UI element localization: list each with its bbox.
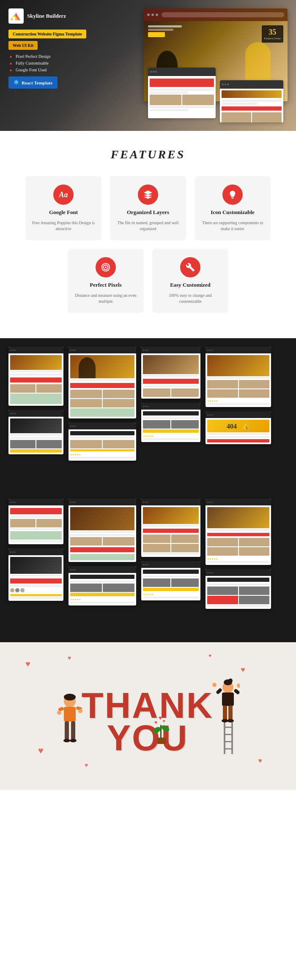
st-dot-19 (207, 350, 208, 351)
st-dark-header-bar (70, 431, 134, 435)
svg-rect-23 (224, 727, 233, 728)
st-header-1-1 (8, 347, 63, 353)
st-img-18 (103, 537, 134, 546)
feature-card-pixels: Perfect Pixels Distance and measure usin… (68, 249, 144, 313)
st-line-14 (207, 433, 269, 435)
st-line-22 (70, 531, 134, 533)
st-line-17 (10, 528, 62, 530)
st-dot-45 (211, 502, 213, 503)
svg-point-38 (227, 719, 234, 722)
st-red-6 (70, 547, 134, 552)
star-row-3: ★★★★★ (207, 399, 269, 402)
svg-point-34 (237, 684, 240, 688)
st-dark-img-5 (143, 578, 170, 587)
st-body-6-1 (69, 505, 136, 562)
sm2-line-short (222, 103, 258, 105)
target-svg-icon (101, 263, 110, 272)
star-row-6: ★★★★★ (207, 557, 269, 560)
feature-title-font: Google Font (49, 209, 78, 216)
st-line-4 (10, 437, 62, 439)
mockup-overlay-text (148, 25, 182, 37)
feature-card-font: Aa Google Font Free Amazing Poppins this… (25, 176, 101, 240)
st-body-3-1 (141, 353, 200, 399)
star-row-5: ★★★★★ (143, 593, 199, 596)
st-img-9 (143, 388, 170, 397)
st-line-33 (207, 605, 269, 607)
star-row-1: ★★★★★ (70, 453, 134, 456)
svg-rect-36 (228, 706, 233, 720)
st-line-28 (143, 576, 199, 577)
feature-title-layers: Organized Layers (127, 209, 169, 216)
thankyou-section: ♥ ♥ ♥ ♥ ♥ ♥ ♥ (0, 642, 296, 790)
feature-desc-font: Free Amazing Poppins this Design is attr… (32, 220, 95, 232)
sm1-dot-2 (153, 71, 154, 73)
screen-thumb-6-1 (69, 499, 136, 562)
st-dot-44 (209, 502, 211, 503)
st-grid-8 (10, 519, 62, 527)
svg-point-11 (64, 694, 76, 700)
st-red-block-1 (10, 377, 62, 383)
st-body-4-1: ★★★★★ (206, 353, 271, 407)
circle-avatars (10, 588, 62, 592)
st-dark-img-9 (239, 596, 270, 604)
svg-point-20 (70, 739, 77, 742)
st-yellow-5 (10, 594, 62, 596)
st-line-15 (207, 436, 269, 438)
feature-card-easy: Easy Customized 100% easy to change and … (152, 249, 228, 313)
features-row-2: Perfect Pixels Distance and measure usin… (13, 249, 283, 313)
sm1-line-2 (150, 106, 214, 108)
plant-decoration: ♥ ♥ ♥ (151, 717, 172, 748)
st-img-dark-1 (10, 440, 36, 448)
st-header-8-1 (206, 499, 271, 505)
st-hero-img-3 (143, 355, 199, 374)
screen-thumb-3-1 (141, 347, 200, 399)
feature-icon-customize (222, 185, 243, 205)
st-dot-40 (143, 564, 144, 565)
st-map-2 (70, 408, 134, 417)
screenshot-col-5 (8, 499, 63, 601)
st-grid-3 (70, 390, 134, 407)
feature-title-easy: Easy Customized (170, 282, 211, 288)
st-img-5 (70, 399, 102, 407)
st-dark-img-1 (143, 420, 170, 429)
mockup-text-line-1 (148, 25, 182, 27)
hero-left-panel: Skyline Builderz Construction Website Fi… (8, 8, 101, 89)
st-dark-2 (143, 411, 199, 415)
st-map-5 (10, 531, 62, 540)
st-header-5-2 (8, 548, 63, 555)
screen-thumb-7-1 (141, 499, 200, 557)
wrench-svg-icon (186, 263, 195, 272)
st-dot-30 (14, 551, 16, 553)
svg-rect-18 (71, 721, 75, 740)
404-block: 404 (207, 420, 269, 432)
st-line-32 (207, 584, 269, 585)
st-grid-13 (207, 538, 269, 556)
st-grid-11 (143, 535, 199, 552)
screenshot-col-7: ★★★★★ (141, 499, 200, 600)
st-yellow-6 (70, 593, 134, 596)
features-title: FEATURES (13, 148, 283, 161)
badge-react: ⚛ React Template (8, 76, 58, 89)
sm2-dot-1 (222, 84, 224, 85)
react-label: React Template (22, 80, 52, 85)
feature-desc-icon: There are supporting components to make … (201, 220, 264, 232)
sm1-header (148, 68, 216, 76)
st-line-5 (70, 379, 134, 381)
feature-item-2: Fully Customisable (8, 61, 101, 65)
st-img-16 (36, 519, 62, 527)
plant-svg: ♥ ♥ ♥ (151, 717, 172, 746)
st-line-3 (10, 434, 62, 436)
svg-rect-25 (224, 741, 233, 742)
st-dot-3 (14, 350, 16, 351)
st-img-25 (207, 547, 238, 556)
st-dot-6 (14, 413, 16, 414)
person-left-figure (56, 691, 84, 754)
logo-icon (8, 8, 24, 24)
st-dot-37 (143, 502, 144, 503)
heart-3: ♥ (241, 665, 245, 674)
st-dark-img-3 (70, 584, 102, 592)
mockup-text-line-2 (148, 29, 173, 31)
st-dot-13 (143, 350, 144, 351)
thankyou-content: THANK YOU (56, 678, 240, 754)
st-dot-17 (145, 406, 146, 407)
